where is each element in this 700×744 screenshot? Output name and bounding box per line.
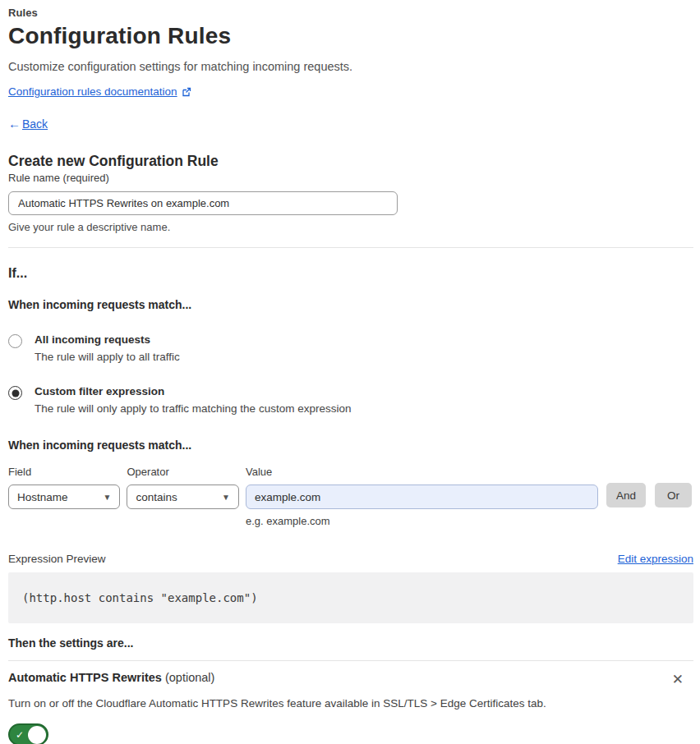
or-button[interactable]: Or (655, 483, 692, 507)
page-subtitle: Customize configuration settings for mat… (8, 60, 692, 73)
field-select-value: Hostname (17, 491, 68, 503)
setting-title: Automatic HTTPS Rewrites (8, 671, 162, 684)
radio-option-custom-filter-expression[interactable]: Custom filter expression The rule will o… (8, 385, 692, 415)
chevron-down-icon: ▼ (222, 493, 230, 502)
expression-preview-label: Expression Preview (8, 553, 106, 565)
setting-optional-label: (optional) (165, 671, 214, 684)
radio-unselected-icon[interactable] (8, 334, 22, 348)
and-button[interactable]: And (606, 483, 646, 507)
radio-option-label: All incoming requests (35, 333, 180, 346)
radio-option-description: The rule will only apply to traffic matc… (35, 402, 351, 415)
radio-selected-icon[interactable] (8, 386, 22, 400)
setting-description: Turn on or off the Cloudflare Automatic … (8, 697, 692, 710)
operator-select[interactable]: contains ▼ (127, 485, 238, 509)
setting-divider (8, 660, 693, 661)
automatic-https-rewrites-toggle[interactable]: ✓ (8, 723, 48, 744)
expression-builder-row: Field Hostname ▼ Operator contains ▼ Val… (8, 466, 692, 527)
operator-select-value: contains (136, 491, 177, 503)
back-link-row: ← Back (8, 117, 692, 131)
rule-name-help: Give your rule a descriptive name. (8, 221, 692, 233)
expression-builder-heading: When incoming requests match... (8, 439, 692, 452)
back-link[interactable]: Back (22, 117, 48, 131)
value-label: Value (246, 466, 598, 478)
edit-expression-link[interactable]: Edit expression (618, 553, 693, 565)
documentation-link-row: Configuration rules documentation (8, 85, 692, 98)
breadcrumb: Rules (8, 7, 692, 19)
radio-option-all-incoming-requests[interactable]: All incoming requests The rule will appl… (8, 333, 692, 363)
expression-preview-box: (http.host contains "example.com") (8, 572, 693, 623)
if-heading: If... (8, 266, 692, 281)
check-icon: ✓ (16, 729, 24, 741)
expression-preview-header: Expression Preview Edit expression (8, 553, 693, 565)
chevron-down-icon: ▼ (104, 493, 112, 502)
create-rule-title: Create new Configuration Rule (8, 153, 692, 170)
value-input[interactable] (246, 485, 598, 509)
setting-header: Automatic HTTPS Rewrites (optional) ✕ (8, 671, 693, 688)
value-hint: e.g. example.com (246, 515, 598, 527)
toggle-knob (28, 726, 46, 744)
section-divider (8, 247, 693, 248)
radio-option-description: The rule will apply to all traffic (35, 351, 180, 363)
match-heading: When incoming requests match... (8, 298, 692, 311)
configuration-rules-page: Rules Configuration Rules Customize conf… (0, 0, 700, 744)
operator-label: Operator (127, 466, 238, 478)
close-icon[interactable]: ✕ (669, 671, 687, 688)
radio-option-label: Custom filter expression (35, 385, 351, 397)
field-label: Field (8, 466, 120, 478)
field-select[interactable]: Hostname ▼ (8, 485, 120, 509)
rule-name-input[interactable] (8, 191, 398, 215)
expression-code: (http.host contains "example.com") (22, 591, 258, 604)
external-link-icon (182, 87, 191, 97)
then-heading: Then the settings are... (8, 636, 692, 650)
rule-name-label: Rule name (required) (8, 172, 109, 184)
documentation-link[interactable]: Configuration rules documentation (8, 85, 177, 98)
page-title: Configuration Rules (8, 23, 692, 49)
back-arrow-icon: ← (8, 117, 21, 131)
